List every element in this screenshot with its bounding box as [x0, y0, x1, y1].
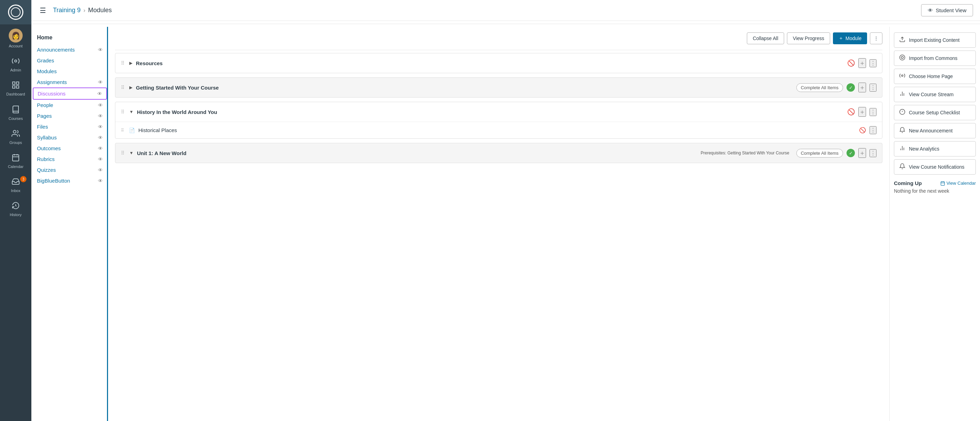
add-item-history-world[interactable]: ＋ — [858, 107, 866, 117]
drag-handle-historical-places[interactable]: ⠿ — [121, 128, 124, 133]
quizzes-link[interactable]: Quizzes — [37, 167, 56, 173]
nav-logo[interactable] — [0, 0, 31, 24]
sidebar-item-quizzes[interactable]: Quizzes 👁 — [33, 165, 107, 175]
sidebar-item-grades[interactable]: Grades — [33, 55, 107, 66]
more-history-world[interactable]: ⋮ — [870, 108, 877, 116]
view-notifications-button[interactable]: View Course Notifications — [894, 159, 976, 175]
nav-item-history[interactable]: History — [0, 197, 31, 221]
sub-item-name-historical-places: Historical Places — [138, 127, 856, 133]
sidebar-item-modules[interactable]: Modules — [33, 66, 107, 77]
sidebar-item-pages[interactable]: Pages 👁 — [33, 110, 107, 121]
nav-label-courses: Courses — [9, 116, 23, 121]
import-commons-button[interactable]: Import from Commons — [894, 51, 976, 66]
breadcrumb-link[interactable]: Training 9 — [53, 6, 81, 14]
sidebar-item-outcomes[interactable]: Outcomes 👁 — [33, 143, 107, 154]
files-link[interactable]: Files — [37, 124, 48, 130]
student-view-button[interactable]: 👁 Student View — [921, 4, 973, 16]
syllabus-link[interactable]: Syllabus — [37, 135, 57, 140]
student-view-icon: 👁 — [928, 7, 933, 13]
expand-resources[interactable]: ▶ — [129, 60, 132, 65]
outcomes-link[interactable]: Outcomes — [37, 145, 60, 151]
assignments-link[interactable]: Assignments — [37, 79, 67, 85]
sidebar-item-syllabus[interactable]: Syllabus 👁 — [33, 132, 107, 143]
course-checklist-label: Course Setup Checklist — [909, 110, 960, 115]
add-item-resources[interactable]: ＋ — [858, 58, 866, 68]
sidebar-item-bigbluebutton[interactable]: BigBlueButton 👁 — [33, 175, 107, 186]
collapse-all-button[interactable]: Collapse All — [747, 32, 784, 44]
nav-item-account[interactable]: 👩 Account — [0, 24, 31, 52]
breadcrumb: Training 9 › Modules — [53, 6, 112, 14]
nav-item-admin[interactable]: Admin — [0, 52, 31, 77]
module-item-history-world: ⠿ ▼ History In the World Around You 🚫 ＋ … — [115, 102, 882, 139]
no-entry-history-world: 🚫 — [847, 108, 855, 116]
more-unit1[interactable]: ⋮ — [870, 149, 877, 157]
announcements-link[interactable]: Announcements — [37, 47, 75, 52]
more-historical-places[interactable]: ⋮ — [870, 126, 877, 134]
pages-link[interactable]: Pages — [37, 113, 52, 119]
view-progress-button[interactable]: View Progress — [787, 32, 830, 44]
eye-icon-discussions[interactable]: 👁 — [97, 91, 102, 97]
modules-link[interactable]: Modules — [37, 68, 57, 74]
add-item-unit1[interactable]: ＋ — [858, 148, 866, 158]
new-analytics-button[interactable]: New Analytics — [894, 141, 976, 156]
bigbluebutton-link[interactable]: BigBlueButton — [37, 178, 70, 184]
view-stream-button[interactable]: View Course Stream — [894, 87, 976, 102]
eye-icon-files[interactable]: 👁 — [98, 124, 103, 130]
sidebar-item-rubrics[interactable]: Rubrics 👁 — [33, 154, 107, 165]
sidebar-item-announcements[interactable]: Announcements 👁 — [33, 44, 107, 55]
sidebar-item-people[interactable]: People 👁 — [33, 100, 107, 110]
drag-handle-unit1[interactable]: ⠿ — [121, 150, 124, 156]
nav-item-inbox[interactable]: 3 Inbox — [0, 173, 31, 197]
prerequisites-unit1: Prerequisites: Getting Started With Your… — [465, 151, 789, 156]
new-announcement-button[interactable]: New Announcement — [894, 123, 976, 138]
grades-link[interactable]: Grades — [37, 57, 54, 64]
module-header-unit1: ⠿ ▼ Unit 1: A New World Prerequisites: G… — [115, 143, 882, 163]
sidebar-item-files[interactable]: Files 👁 — [33, 121, 107, 132]
new-announcement-icon — [899, 127, 905, 135]
drag-handle-getting-started[interactable]: ⠿ — [121, 85, 124, 90]
view-calendar-link[interactable]: View Calendar — [940, 181, 976, 186]
sidebar-home: Home — [33, 32, 107, 43]
toolbar-more-button[interactable]: ⋮ — [870, 32, 882, 44]
right-panel: Import Existing Content Import from Comm… — [889, 27, 980, 421]
course-checklist-button[interactable]: Course Setup Checklist — [894, 105, 976, 120]
eye-icon-quizzes[interactable]: 👁 — [98, 167, 103, 173]
nav-item-calendar[interactable]: Calendar — [0, 149, 31, 173]
view-notifications-icon — [899, 163, 905, 171]
nav-item-courses[interactable]: Courses — [0, 101, 31, 125]
drag-handle-resources[interactable]: ⠿ — [121, 60, 124, 66]
svg-point-0 — [14, 60, 17, 62]
add-item-getting-started[interactable]: ＋ — [858, 83, 866, 92]
import-content-button[interactable]: Import Existing Content — [894, 32, 976, 48]
hamburger-button[interactable]: ☰ — [38, 6, 48, 15]
nav-item-dashboard[interactable]: Dashboard — [0, 77, 31, 101]
check-unit1: ✓ — [846, 149, 855, 157]
main-wrapper: ☰ Training 9 › Modules 👁 Student View Ho… — [31, 0, 980, 421]
eye-icon-syllabus[interactable]: 👁 — [98, 135, 103, 140]
sidebar-item-discussions[interactable]: Discussions 👁 — [33, 87, 107, 100]
nav-item-groups[interactable]: Groups — [0, 125, 31, 149]
drag-handle-history-world[interactable]: ⠿ — [121, 109, 124, 114]
expand-unit1[interactable]: ▼ — [129, 151, 134, 156]
more-resources[interactable]: ⋮ — [870, 59, 877, 67]
no-entry-historical-places: 🚫 — [859, 127, 866, 133]
eye-icon-people[interactable]: 👁 — [98, 102, 103, 108]
nav-label-admin: Admin — [10, 68, 21, 73]
people-link[interactable]: People — [37, 102, 53, 108]
more-getting-started[interactable]: ⋮ — [870, 84, 877, 92]
module-item-resources: ⠿ ▶ Resources 🚫 ＋ ⋮ — [115, 53, 882, 73]
eye-icon-outcomes[interactable]: 👁 — [98, 146, 103, 151]
eye-icon-bigbluebutton[interactable]: 👁 — [98, 178, 103, 184]
discussions-link[interactable]: Discussions — [38, 91, 65, 97]
eye-icon-pages[interactable]: 👁 — [98, 113, 103, 119]
expand-getting-started[interactable]: ▶ — [129, 85, 132, 90]
add-module-button[interactable]: ＋ Module — [833, 32, 867, 44]
nav-label-account: Account — [9, 44, 23, 48]
sidebar-item-assignments[interactable]: Assignments 👁 — [33, 77, 107, 87]
eye-icon-announcements[interactable]: 👁 — [98, 47, 103, 52]
expand-history-world[interactable]: ▼ — [129, 110, 134, 114]
eye-icon-rubrics[interactable]: 👁 — [98, 156, 103, 162]
choose-home-button[interactable]: Choose Home Page — [894, 69, 976, 84]
rubrics-link[interactable]: Rubrics — [37, 156, 55, 162]
eye-icon-assignments[interactable]: 👁 — [98, 79, 103, 85]
